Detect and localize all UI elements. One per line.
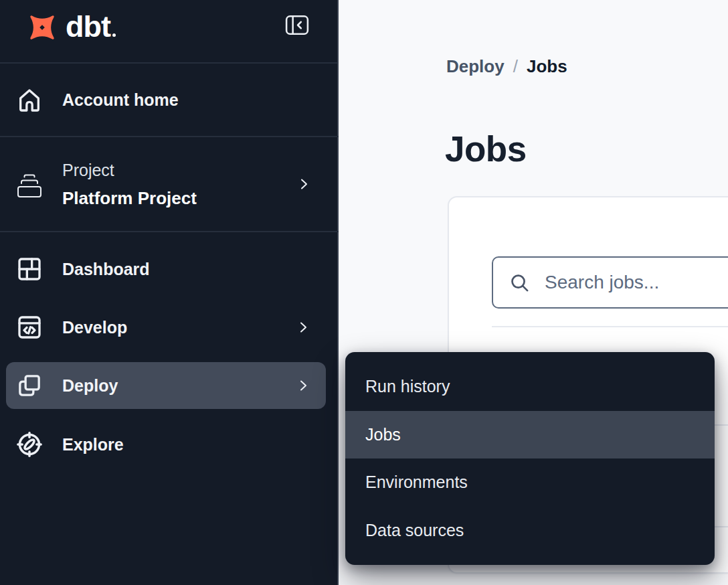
sidebar-item-develop[interactable]: Develop (6, 304, 326, 351)
sidebar-item-label: Account home (62, 90, 179, 110)
dashboard-grid-icon (15, 253, 44, 285)
project-text: Project Platform Project (62, 156, 197, 212)
app-window: dbt Account home (0, 0, 728, 585)
breadcrumb-deploy-link[interactable]: Deploy (446, 56, 505, 77)
menu-item-environments[interactable]: Environments (345, 458, 715, 507)
dbt-logo-link[interactable]: dbt (24, 8, 145, 47)
deploy-squares-icon (15, 369, 44, 402)
menu-item-run-history[interactable]: Run history (345, 363, 715, 411)
sidebar-item-label: Explore (62, 435, 124, 454)
sidebar-collapse-button[interactable] (285, 15, 309, 35)
chevron-right-icon (295, 319, 311, 335)
menu-item-data-sources[interactable]: Data sources (345, 507, 715, 555)
sidebar-item-dashboard[interactable]: Dashboard (6, 246, 326, 292)
chevron-right-icon (296, 176, 312, 192)
breadcrumb: Deploy / Jobs (446, 56, 567, 77)
card-divider (492, 326, 728, 327)
home-icon (15, 84, 44, 116)
sidebar-item-label: Deploy (62, 376, 118, 396)
page-title: Jobs (445, 131, 527, 167)
sidebar-item-deploy[interactable]: Deploy (6, 362, 326, 409)
search-box (492, 256, 728, 309)
project-name: Platform Project (62, 184, 197, 212)
deploy-flyout-menu: Run history Jobs Environments Data sourc… (345, 352, 715, 565)
chevron-right-icon (295, 378, 311, 394)
sidebar-item-account-home[interactable]: Account home (0, 64, 339, 137)
sidebar: dbt Account home (0, 0, 339, 585)
search-icon (509, 272, 530, 293)
project-label: Project (62, 156, 197, 184)
compass-icon (15, 428, 44, 461)
sidebar-item-explore[interactable]: Explore (6, 421, 326, 468)
breadcrumb-current: Jobs (527, 56, 567, 77)
sidebar-item-label: Develop (62, 318, 127, 337)
brand-wordmark: dbt (66, 11, 116, 41)
project-stack-icon (15, 168, 44, 200)
menu-item-jobs[interactable]: Jobs (345, 411, 715, 459)
sidebar-header: dbt (0, 0, 337, 64)
panel-collapse-icon (285, 15, 309, 35)
breadcrumb-separator: / (513, 56, 518, 77)
sidebar-item-project[interactable]: Project Platform Project (0, 137, 339, 232)
search-jobs-input[interactable] (543, 271, 728, 294)
sidebar-item-label: Dashboard (62, 260, 150, 279)
dbt-logo-icon (24, 10, 60, 45)
code-window-icon (15, 311, 44, 343)
